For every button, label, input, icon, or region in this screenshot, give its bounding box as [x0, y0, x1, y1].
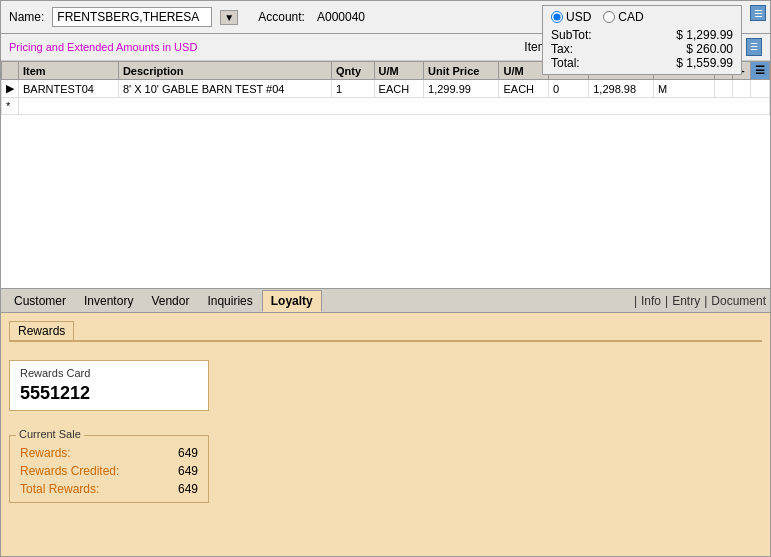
tab-loyalty[interactable]: Loyalty [262, 290, 322, 312]
rewards-inner-tab[interactable]: Rewards [9, 321, 74, 340]
itemset-menu-icon: ☰ [750, 42, 758, 52]
cell-item[interactable]: BARNTEST04 [19, 80, 119, 98]
rewards-credited-value: 649 [178, 464, 198, 478]
th-um2: U/M [499, 62, 548, 80]
rewards-card-number: 5551212 [20, 383, 198, 404]
th-item: Item [19, 62, 119, 80]
currency-selector: USD CAD [551, 10, 733, 24]
cell-description: 8' X 10' GABLE BARN TEST #04 [118, 80, 331, 98]
total-rewards-row: Total Rewards: 649 [20, 482, 198, 496]
th-qnty: Qnty [332, 62, 375, 80]
tax-row: Tax: $ 260.00 [551, 42, 733, 56]
tab-document[interactable]: Document [711, 294, 766, 308]
th-description: Description [118, 62, 331, 80]
subtot-value: $ 1,299.99 [663, 28, 733, 42]
total-value: $ 1,559.99 [663, 56, 733, 70]
new-row: * [2, 98, 770, 115]
cell-x[interactable] [715, 80, 733, 98]
total-row: Total: $ 1,559.99 [551, 56, 733, 70]
header-menu-icon: ☰ [754, 8, 763, 19]
rewards-card-title: Rewards Card [20, 367, 198, 379]
subtot-label: SubTot: [551, 28, 592, 42]
header-bar: Name: ▼ Account: A000040 USD CAD SubTot:… [1, 1, 770, 34]
main-container: Name: ▼ Account: A000040 USD CAD SubTot:… [0, 0, 771, 557]
cad-radio-item[interactable]: CAD [603, 10, 643, 24]
cell-qnty[interactable]: 1 [332, 80, 375, 98]
cad-radio[interactable] [603, 11, 615, 23]
new-row-spacer[interactable] [19, 98, 770, 115]
tab-info[interactable]: Info [641, 294, 661, 308]
tab-inquiries[interactable]: Inquiries [198, 290, 261, 312]
summary-box: USD CAD SubTot: $ 1,299.99 Tax: $ 260.00… [542, 5, 742, 75]
usd-radio[interactable] [551, 11, 563, 23]
name-label: Name: [9, 10, 44, 24]
account-value: A000040 [317, 10, 365, 24]
rewards-tab-content: Rewards Rewards Card 5551212 Current Sal… [9, 321, 762, 503]
name-dropdown-button[interactable]: ▼ [220, 10, 238, 25]
cell-unit-price[interactable]: 1,299.99 [424, 80, 499, 98]
cell-disc[interactable]: 0 [548, 80, 588, 98]
pricing-text: Pricing and Extended Amounts in USD [9, 41, 197, 53]
tab-entry[interactable]: Entry [672, 294, 700, 308]
rewards-row: Rewards: 649 [20, 446, 198, 460]
row-arrow: ▶ [2, 80, 19, 98]
tab-vendor[interactable]: Vendor [142, 290, 198, 312]
tax-label: Tax: [551, 42, 573, 56]
bottom-section: Rewards Rewards Card 5551212 Current Sal… [1, 313, 770, 556]
tab-bar: Customer Inventory Vendor Inquiries Loya… [1, 289, 770, 313]
cell-itemset: M [653, 80, 714, 98]
rewards-label: Rewards: [20, 446, 71, 460]
rewards-credited-row: Rewards Credited: 649 [20, 464, 198, 478]
cell-plus[interactable] [733, 80, 751, 98]
th-unit-price: Unit Price [424, 62, 499, 80]
th-arrow [2, 62, 19, 80]
th-table-menu[interactable]: ☰ [751, 62, 770, 80]
tax-value: $ 260.00 [663, 42, 733, 56]
cad-label: CAD [618, 10, 643, 24]
current-sale-box: Current Sale Rewards: 649 Rewards Credit… [9, 435, 209, 503]
cell-um2: EACH [499, 80, 548, 98]
table-row: ▶ BARNTEST04 8' X 10' GABLE BARN TEST #0… [2, 80, 770, 98]
rewards-card-box: Rewards Card 5551212 [9, 360, 209, 411]
usd-radio-item[interactable]: USD [551, 10, 591, 24]
order-table-area: Item Description Qnty U/M Unit Price U/M… [1, 61, 770, 289]
current-sale-title: Current Sale [16, 428, 84, 440]
tab-sep-3: | [704, 294, 707, 308]
subtotal-row: SubTot: $ 1,299.99 [551, 28, 733, 42]
account-label: Account: [258, 10, 305, 24]
tab-inventory[interactable]: Inventory [75, 290, 142, 312]
cell-menu[interactable] [751, 80, 770, 98]
usd-label: USD [566, 10, 591, 24]
tab-sep-1: | [634, 294, 637, 308]
cell-ext-amt: 1,298.98 [589, 80, 654, 98]
rewards-value: 649 [178, 446, 198, 460]
tab-customer[interactable]: Customer [5, 290, 75, 312]
cell-um: EACH [374, 80, 423, 98]
name-input[interactable] [52, 7, 212, 27]
tab-sep-2: | [665, 294, 668, 308]
itemset-menu-button[interactable]: ☰ [746, 38, 762, 56]
rewards-credited-label: Rewards Credited: [20, 464, 119, 478]
total-rewards-label: Total Rewards: [20, 482, 99, 496]
header-menu-button[interactable]: ☰ [750, 5, 766, 21]
tab-right-items: | Info | Entry | Document [634, 294, 766, 308]
new-row-marker: * [2, 98, 19, 115]
total-label: Total: [551, 56, 580, 70]
th-um: U/M [374, 62, 423, 80]
total-rewards-value: 649 [178, 482, 198, 496]
